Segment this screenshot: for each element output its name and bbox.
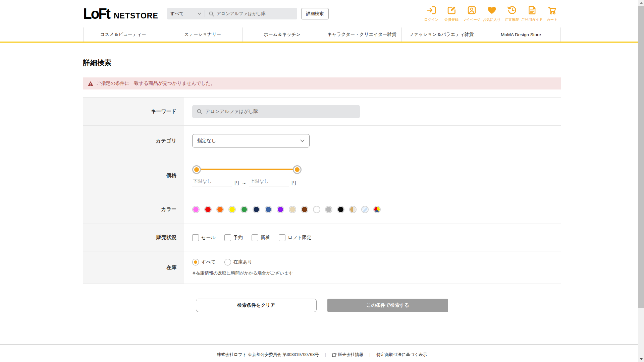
clear-conditions-button[interactable]: 検索条件をクリア [196,299,317,312]
color-label: カラー [83,195,184,224]
header: LoFt NETSTORE すべて アロンアルファはがし隊 詳細検索 ログイン会… [0,0,644,27]
checkbox-label: 新着 [261,235,270,241]
checkbox-新着[interactable]: 新着 [252,234,270,241]
stock-row: 在庫 すべて在庫あり ※在庫情報の反映に時間がかかる場合がございます [83,251,561,284]
price-slider-track[interactable] [197,169,297,170]
color-swatch-orange[interactable] [216,206,224,213]
color-swatch-yellow[interactable] [228,206,236,213]
quick-link-history[interactable]: 注文履歴 [503,5,521,22]
loft-logo[interactable]: LoFt NETSTORE [83,6,158,22]
footer: 株式会社ロフト 東京都公安委員会 第303319700768号 | 販売会社情報… [0,344,644,358]
keyword-label: キーワード [83,98,184,125]
footer-separator: | [369,353,370,357]
header-search-group: すべて アロンアルファはがし隊 詳細検索 [167,8,329,19]
color-swatch-blue[interactable] [265,206,272,213]
quick-link-cart[interactable]: カート [543,5,561,22]
price-range-separator: ～ [242,180,247,186]
color-swatch-white[interactable] [313,206,320,213]
price-row: 価格 下限なし 円 ～ 上限なし 円 [83,156,561,195]
history-icon [507,5,517,16]
quick-link-label: マイページ [463,17,480,22]
quick-link-guide[interactable]: ご利用ガイド [523,5,541,22]
quick-link-mypage[interactable]: マイページ [463,5,480,22]
color-row: カラー [83,195,561,224]
category-row: カテゴリ 指定なし [83,126,561,156]
guide-icon [527,5,537,16]
footer-separator: | [325,353,326,357]
color-swatch-gray[interactable] [325,206,332,213]
register-icon [447,5,457,16]
category-value: 指定なし [197,138,216,144]
quick-link-register[interactable]: 会員登録 [443,5,460,22]
nav-item-0[interactable]: コスメ＆ビューティー [83,27,163,42]
nav-item-5[interactable]: MoMA Design Store [481,27,561,42]
nav-item-2[interactable]: ホーム＆キッチン [242,27,322,42]
header-search-query: アロンアルファはがし隊 [217,11,266,17]
nav-item-3[interactable]: キャラクター・クリエイター雑貨 [322,27,401,42]
scrollbar-thumb[interactable] [638,6,644,308]
category-label: カテゴリ [83,126,184,156]
search-form: キーワード アロンアルファはがし隊 カテゴリ 指定なし 価格 [83,97,561,284]
color-swatch-purple[interactable] [277,206,284,213]
color-swatch-beige[interactable] [289,206,296,213]
color-swatch-pink[interactable] [192,206,200,213]
price-min-input[interactable]: 下限なし [192,178,232,186]
search-category-select[interactable]: すべて [167,8,205,19]
keyword-input[interactable]: アロンアルファはがし隊 [192,105,360,118]
chevron-down-icon [198,12,201,15]
checkbox-label: ロフト限定 [288,235,312,241]
checkbox-予約[interactable]: 予約 [224,234,243,241]
footer-company-text: 株式会社ロフト 東京都公安委員会 第303319700768号 [217,352,319,358]
color-swatch-navy[interactable] [253,206,260,213]
warning-icon [88,81,93,86]
category-select[interactable]: 指定なし [192,134,310,147]
price-slider-handle-max[interactable] [293,165,302,174]
radio-label: 在庫あり [233,259,253,265]
footer-link-tokushoho[interactable]: 特定商取引法に基づく表示 [376,352,427,358]
error-banner: ご指定の条件に一致する商品が見つかりませんでした。 [83,77,561,89]
color-swatch-brown[interactable] [301,206,308,213]
color-swatch-clear[interactable] [361,206,369,213]
quick-link-label: 注文履歴 [505,17,519,22]
stock-label: 在庫 [83,251,184,284]
stock-note: ※在庫情報の反映に時間がかかる場合がございます [192,270,561,276]
quick-link-label: 会員登録 [444,17,459,22]
checkbox-セール[interactable]: セール [192,234,216,241]
footer-link-company-info[interactable]: 販売会社情報 [332,352,363,358]
price-max-input[interactable]: 上限なし [249,178,289,186]
search-icon [209,11,214,16]
radio-在庫あり[interactable]: 在庫あり [224,259,253,265]
nav-item-1[interactable]: ステーショナリー [163,27,242,42]
radio-circle [192,259,199,265]
scrollbar-down-arrow[interactable] [638,356,644,362]
color-swatch-gold-silver[interactable] [349,206,357,213]
cart-icon [547,5,557,16]
color-swatch-black[interactable] [337,206,344,213]
color-swatch-multicolor[interactable] [373,206,381,213]
checkbox-ロフト限定[interactable]: ロフト限定 [279,234,312,241]
quick-link-label: カート [547,17,557,22]
advanced-search-button[interactable]: 詳細検索 [301,8,329,19]
logo-loft-text: LoFt [83,5,110,22]
external-link-icon [332,353,336,357]
price-unit-label: 円 [234,180,239,186]
page-title: 詳細検索 [83,58,561,67]
quick-link-favorites[interactable]: お気に入り [483,5,500,22]
radio-circle [224,259,231,265]
price-slider-handle-min[interactable] [192,165,201,174]
scrollbar-up-arrow[interactable] [638,0,644,6]
radio-すべて[interactable]: すべて [192,259,216,265]
quick-link-login[interactable]: ログイン [423,5,440,22]
quick-link-label: ログイン [424,17,439,22]
radio-label: すべて [201,259,216,265]
search-with-conditions-button[interactable]: この条件で検索する [327,299,448,312]
quick-link-label: ご利用ガイド [521,17,543,22]
color-swatch-green[interactable] [240,206,248,213]
checkbox-label: 予約 [233,235,243,241]
logo-netstore-text: NETSTORE [114,11,158,20]
header-search-input[interactable]: アロンアルファはがし隊 [205,8,297,19]
nav-item-4[interactable]: ファッション＆バラエティ雑貨 [401,27,481,42]
keyword-row: キーワード アロンアルファはがし隊 [83,98,561,126]
search-category-value: すべて [170,11,184,17]
color-swatch-red[interactable] [204,206,212,213]
